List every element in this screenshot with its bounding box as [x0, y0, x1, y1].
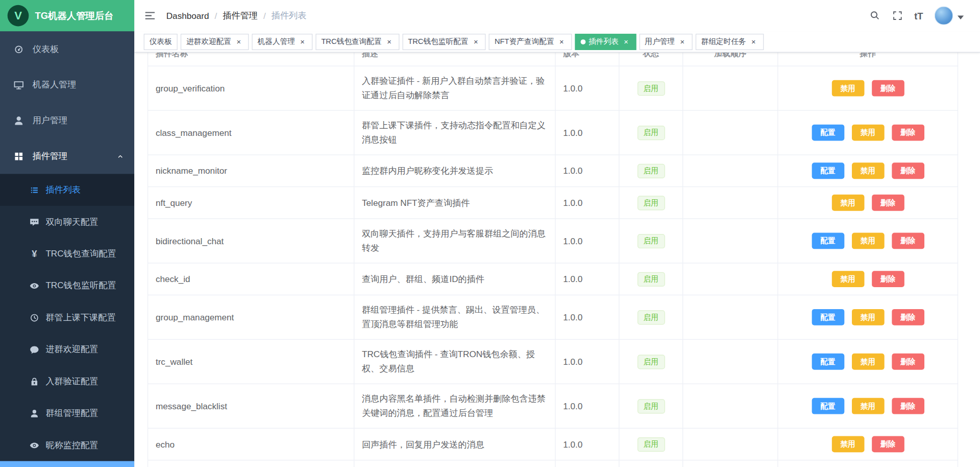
sidebar-subitem-1[interactable]: 双向聊天配置: [0, 206, 134, 238]
load-order-cell: [683, 384, 778, 428]
hamburger-icon[interactable]: [144, 9, 156, 21]
disable-button[interactable]: 禁用: [851, 162, 884, 179]
configure-button[interactable]: 配置: [812, 162, 844, 179]
fullscreen-icon[interactable]: [892, 10, 903, 21]
tab-0[interactable]: 仪表板: [144, 34, 178, 50]
sidebar-item-label: 用户管理: [33, 115, 68, 126]
delete-button[interactable]: 删除: [872, 436, 904, 452]
sidebar-subitem-8[interactable]: 昵称监控配置: [0, 429, 134, 461]
disable-button[interactable]: 禁用: [851, 125, 884, 141]
sidebar-item-2[interactable]: 用户管理: [0, 103, 134, 138]
font-size-icon[interactable]: tT: [914, 11, 923, 20]
tab-close-icon[interactable]: ×: [472, 37, 480, 46]
table-row: message_blacklist消息内容黑名单插件，自动检测并删除包含违禁关键…: [148, 384, 958, 428]
disable-button[interactable]: 禁用: [851, 398, 884, 414]
plugin-version-cell: 1.0.0: [555, 339, 619, 384]
disable-button[interactable]: 禁用: [851, 309, 884, 325]
sidebar-subitem-7[interactable]: 群组管理配置: [0, 398, 134, 429]
tab-2[interactable]: 机器人管理×: [252, 34, 312, 50]
tab-3[interactable]: TRC钱包查询配置×: [315, 34, 399, 50]
delete-button[interactable]: 删除: [892, 233, 924, 249]
breadcrumb-item[interactable]: Dashboard: [166, 11, 209, 21]
load-order-cell: [683, 339, 778, 384]
delete-button[interactable]: 删除: [892, 125, 924, 141]
plugin-status-cell: 启用: [619, 66, 683, 110]
tab-close-icon[interactable]: ×: [557, 37, 566, 46]
status-badge: 启用: [637, 234, 665, 248]
tab-close-icon[interactable]: ×: [622, 37, 630, 46]
table-row: echo回声插件，回复用户发送的消息1.0.0启用禁用删除: [148, 428, 958, 460]
status-badge: 启用: [637, 437, 665, 452]
delete-button[interactable]: 删除: [892, 309, 924, 325]
configure-button[interactable]: 配置: [812, 309, 844, 325]
configure-button[interactable]: 配置: [812, 398, 844, 414]
breadcrumb-item: 插件列表: [272, 10, 307, 21]
disable-button[interactable]: 禁用: [851, 233, 884, 249]
sidebar-subitem-5[interactable]: 进群欢迎配置: [0, 334, 134, 365]
user-menu[interactable]: [935, 6, 964, 25]
search-icon[interactable]: [869, 10, 880, 21]
delete-button[interactable]: 删除: [892, 162, 924, 179]
sidebar: V TG机器人管理后台 仪表板机器人管理用户管理插件管理插件列表双向聊天配置¥T…: [0, 0, 134, 467]
delete-button[interactable]: 删除: [892, 354, 924, 370]
tab-close-icon[interactable]: ×: [678, 37, 687, 46]
tab-close-icon[interactable]: ×: [385, 37, 394, 46]
disable-button[interactable]: 禁用: [831, 271, 864, 287]
column-header: 描述: [354, 53, 555, 66]
delete-button[interactable]: 删除: [872, 80, 904, 97]
disable-button[interactable]: 禁用: [831, 195, 864, 211]
plugin-table: 插件名称描述版本状态加载顺序操作 group_verification入群验证插…: [148, 53, 958, 467]
delete-button[interactable]: 删除: [892, 398, 924, 414]
tab-close-icon[interactable]: ×: [234, 37, 243, 46]
delete-button[interactable]: 删除: [872, 271, 904, 287]
tab-4[interactable]: TRC钱包监听配置×: [402, 34, 486, 50]
breadcrumb-item[interactable]: 插件管理: [223, 10, 258, 21]
plugin-desc-cell: 入群验证插件 - 新用户入群自动禁言并验证，验证通过后自动解除禁言: [354, 66, 555, 110]
tab-8[interactable]: 群组定时任务×: [695, 34, 763, 50]
sidebar-item-0[interactable]: 仪表板: [0, 31, 134, 67]
sidebar-subitem-3[interactable]: TRC钱包监听配置: [0, 270, 134, 301]
tab-close-icon[interactable]: ×: [298, 37, 307, 46]
tab-6[interactable]: 插件列表×: [575, 34, 636, 50]
disable-button[interactable]: 禁用: [851, 354, 884, 370]
load-order-cell: [683, 187, 778, 219]
table-row: check_id查询用户、群组、频道ID的插件1.0.0启用禁用删除: [148, 263, 958, 295]
sidebar-subitem-0[interactable]: 插件列表: [0, 174, 134, 205]
sidebar-subitem-4[interactable]: 群管上课下课配置: [0, 301, 134, 333]
avatar[interactable]: [935, 6, 953, 25]
configure-button[interactable]: 配置: [812, 125, 844, 141]
configure-button[interactable]: 配置: [812, 233, 844, 249]
disable-button[interactable]: 禁用: [831, 436, 864, 452]
tab-1[interactable]: 进群欢迎配置×: [181, 34, 249, 50]
tab-close-icon[interactable]: ×: [749, 37, 758, 46]
welcome-icon: [30, 344, 40, 355]
load-order-cell: [683, 428, 778, 460]
tab-7[interactable]: 用户管理×: [639, 34, 692, 50]
sidebar-item-1[interactable]: 机器人管理: [0, 67, 134, 103]
plugin-version-cell: 1.0.0: [555, 155, 619, 186]
breadcrumb-separator: /: [263, 11, 266, 21]
sidebar-subitem-label: TRC钱包监听配置: [45, 280, 116, 291]
table-row: bidirectional_chat双向聊天插件，支持用户与客服群组之间的消息转…: [148, 219, 958, 263]
sidebar-item-label: 仪表板: [33, 43, 59, 55]
actions-cell: 禁用删除: [778, 263, 958, 295]
status-badge: 启用: [637, 164, 665, 178]
sidebar-item-3[interactable]: 插件管理: [0, 138, 134, 174]
sidebar-subitem-2[interactable]: ¥TRC钱包查询配置: [0, 238, 134, 269]
tab-5[interactable]: NFT资产查询配置×: [489, 34, 572, 50]
tab-label: NFT资产查询配置: [495, 36, 554, 47]
sidebar-menu: 仪表板机器人管理用户管理插件管理插件列表双向聊天配置¥TRC钱包查询配置TRC钱…: [0, 31, 134, 461]
plugins-icon: [13, 150, 24, 161]
plugin-name-cell: bidirectional_chat: [148, 219, 354, 263]
disable-button[interactable]: 禁用: [831, 80, 864, 97]
sidebar-item-partial[interactable]: [0, 461, 134, 467]
load-order-cell: [683, 155, 778, 186]
plugin-version-cell: 1.0.0: [555, 460, 619, 467]
configure-button[interactable]: 配置: [812, 354, 844, 370]
table-body: group_verification入群验证插件 - 新用户入群自动禁言并验证，…: [148, 66, 958, 467]
delete-button[interactable]: 删除: [872, 195, 904, 211]
plugin-status-cell: 启用: [619, 339, 683, 384]
sidebar-subitem-6[interactable]: 入群验证配置: [0, 365, 134, 397]
plugin-version-cell: 1.0.0: [555, 263, 619, 295]
plugin-status-cell: 启用: [619, 460, 683, 467]
